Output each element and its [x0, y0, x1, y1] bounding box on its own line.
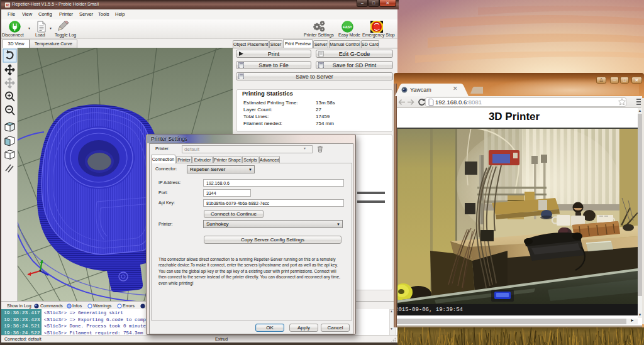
svg-text:EASY: EASY — [343, 25, 352, 29]
svg-text:2015-09-06, 19:39:54: 2015-09-06, 19:39:54 — [397, 307, 463, 313]
